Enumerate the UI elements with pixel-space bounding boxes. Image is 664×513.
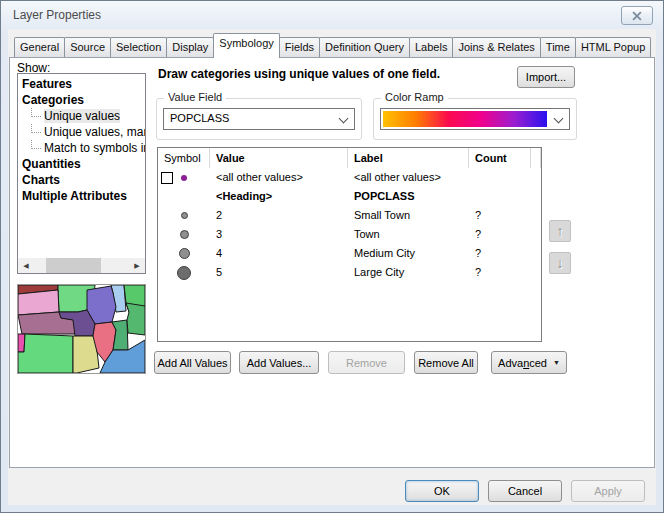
point-symbol[interactable] — [180, 230, 189, 239]
count-cell — [469, 187, 531, 206]
table-row[interactable]: 4Medium City? — [158, 244, 541, 263]
count-cell: ? — [469, 263, 531, 282]
point-symbol[interactable] — [177, 266, 191, 280]
tab-selection[interactable]: Selection — [110, 37, 167, 57]
cancel-button[interactable]: Cancel — [488, 480, 562, 502]
show-tree-item-unique-values-many[interactable]: Unique values, many — [18, 124, 145, 140]
value-cell: <all other values> — [210, 168, 348, 187]
label-cell: Town — [348, 225, 469, 244]
tab-bar: GeneralSourceSelectionDisplaySymbologyFi… — [14, 33, 651, 57]
value-cell: 3 — [210, 225, 348, 244]
apply-button: Apply — [571, 480, 645, 502]
add-all-values-button[interactable]: Add All Values — [154, 351, 231, 374]
point-symbol[interactable] — [179, 248, 190, 259]
symbol-value-table: Symbol Value Label Count <all other valu… — [157, 147, 542, 342]
symbology-tab-page: Show: FeaturesCategoriesUnique valuesUni… — [9, 57, 655, 468]
tab-fields[interactable]: Fields — [279, 37, 320, 57]
symbol-cell[interactable] — [158, 225, 210, 244]
show-tree-item-quantities[interactable]: Quantities — [18, 156, 145, 172]
scroll-left-icon[interactable]: ◀ — [18, 258, 34, 273]
show-tree-item-unique-values[interactable]: Unique values — [18, 108, 145, 124]
count-cell: ? — [469, 225, 531, 244]
method-description: Draw categories using unique values of o… — [158, 67, 440, 81]
show-tree: FeaturesCategoriesUnique valuesUnique va… — [17, 73, 146, 274]
button-label: ced — [529, 357, 547, 369]
table-row[interactable]: 2Small Town? — [158, 206, 541, 225]
add-values-button[interactable]: Add Values... — [239, 351, 319, 374]
color-ramp-groupbox: Color Ramp — [373, 98, 577, 140]
ok-button[interactable]: OK — [405, 480, 479, 502]
column-header-count[interactable]: Count — [469, 148, 531, 168]
table-row[interactable]: 3Town? — [158, 225, 541, 244]
table-row[interactable]: <all other values><all other values> — [158, 168, 541, 187]
tree-item-label: Features — [22, 77, 72, 91]
value-field-label: Value Field — [164, 91, 226, 103]
row-spacer — [531, 168, 541, 187]
symbol-cell[interactable] — [158, 244, 210, 263]
map-region-state-pink — [18, 290, 59, 315]
show-tree-item-match-to-symbols-in-a[interactable]: Match to symbols in a — [18, 140, 145, 156]
point-symbol[interactable] — [181, 175, 187, 181]
tab-definition-query[interactable]: Definition Query — [319, 37, 410, 57]
column-header-symbol[interactable]: Symbol — [158, 148, 210, 168]
dialog-footer: OKCancelApply — [9, 468, 655, 507]
value-field-dropdown[interactable]: POPCLASS — [163, 108, 355, 130]
color-ramp-dropdown[interactable] — [380, 108, 570, 130]
scroll-right-icon[interactable]: ▶ — [129, 258, 145, 273]
label-cell: <all other values> — [348, 168, 469, 187]
symbol-cell[interactable] — [158, 206, 210, 225]
table-row[interactable]: <Heading>POPCLASS — [158, 187, 541, 206]
tree-branch-icon — [31, 140, 41, 149]
table-row[interactable]: 5Large City? — [158, 263, 541, 282]
tab-general[interactable]: General — [14, 37, 65, 57]
label-cell: Medium City — [348, 244, 469, 263]
close-button[interactable] — [621, 6, 653, 25]
chevron-down-icon — [339, 114, 349, 124]
count-cell: ? — [469, 206, 531, 225]
show-tree-item-categories[interactable]: Categories — [18, 92, 145, 108]
point-symbol[interactable] — [181, 212, 188, 219]
map-preview-image — [18, 285, 145, 373]
tab-symbology[interactable]: Symbology — [213, 33, 279, 58]
tab-source[interactable]: Source — [64, 37, 111, 57]
column-header-value[interactable]: Value — [210, 148, 348, 168]
symbol-cell[interactable] — [158, 168, 210, 187]
arrow-up-icon: ↑ — [557, 223, 564, 239]
value-cell: 4 — [210, 244, 348, 263]
titlebar[interactable]: Layer Properties — [1, 1, 663, 29]
tree-item-label: Categories — [22, 93, 84, 107]
move-down-button: ↓ — [549, 252, 571, 274]
scrollbar-track[interactable] — [34, 258, 129, 273]
tree-item-label: Quantities — [22, 157, 81, 171]
show-tree-item-features[interactable]: Features — [18, 76, 145, 92]
tab-joins-relates[interactable]: Joins & Relates — [452, 37, 540, 57]
tab-labels[interactable]: Labels — [409, 37, 453, 57]
tab-display[interactable]: Display — [166, 37, 214, 57]
advanced-button[interactable]: Advanced▼ — [491, 351, 567, 374]
show-tree-item-multiple-attributes[interactable]: Multiple Attributes — [18, 188, 145, 204]
map-region-state-green-right — [126, 303, 145, 335]
label-cell: POPCLASS — [348, 187, 469, 206]
tree-item-label: Match to symbols in a — [44, 141, 145, 155]
table-body: <all other values><all other values><Hea… — [158, 168, 541, 282]
all-other-values-checkbox[interactable] — [161, 172, 173, 184]
symbol-cell — [158, 187, 210, 206]
window-title: Layer Properties — [13, 8, 101, 22]
count-cell: ? — [469, 244, 531, 263]
label-cell: Small Town — [348, 206, 469, 225]
label-cell: Large City — [348, 263, 469, 282]
value-field-selected: POPCLASS — [170, 112, 229, 124]
close-icon — [622, 7, 652, 24]
show-tree-item-charts[interactable]: Charts — [18, 172, 145, 188]
tab-html-popup[interactable]: HTML Popup — [575, 37, 651, 57]
column-header-label[interactable]: Label — [348, 148, 469, 168]
value-field-groupbox: Value Field POPCLASS — [156, 98, 362, 140]
symbol-cell[interactable] — [158, 263, 210, 282]
tree-item-label: Unique values, many — [44, 125, 145, 139]
tree-horizontal-scrollbar[interactable]: ◀ ▶ — [18, 258, 145, 273]
scrollbar-thumb[interactable] — [46, 258, 101, 273]
tree-branch-icon — [31, 124, 41, 133]
import-button[interactable]: Import... — [517, 66, 575, 88]
remove-all-button[interactable]: Remove All — [414, 351, 478, 374]
tab-time[interactable]: Time — [540, 37, 576, 57]
